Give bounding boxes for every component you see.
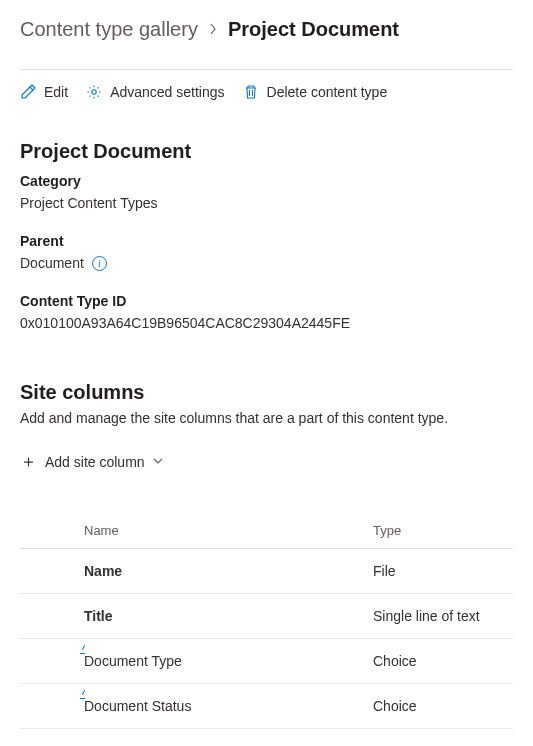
chevron-down-icon: [153, 456, 163, 467]
delete-button[interactable]: Delete content type: [243, 84, 388, 100]
site-columns-title: Site columns: [20, 381, 513, 404]
breadcrumb-current: Project Document: [228, 18, 399, 41]
column-type-cell: File: [373, 549, 513, 594]
table-row[interactable]: NameFile: [20, 549, 513, 594]
gear-icon: [86, 84, 102, 100]
trash-icon: [243, 84, 259, 100]
table-row[interactable]: Document TypeChoice: [20, 639, 513, 684]
category-label: Category: [20, 173, 513, 189]
divider: [20, 69, 513, 70]
edit-button[interactable]: Edit: [20, 84, 68, 100]
delete-label: Delete content type: [267, 84, 388, 100]
column-name-cell[interactable]: Document Status: [20, 684, 373, 729]
site-columns-desc: Add and manage the site columns that are…: [20, 410, 513, 426]
column-name-cell[interactable]: Title: [20, 594, 373, 639]
chevron-right-icon: [208, 22, 218, 38]
table-row[interactable]: Document StatusChoice: [20, 684, 513, 729]
plus-icon: ＋: [20, 450, 37, 473]
content-type-title: Project Document: [20, 140, 513, 163]
pencil-icon: [20, 84, 36, 100]
toolbar: Edit Advanced settings Delete content ty…: [20, 84, 513, 100]
parent-label: Parent: [20, 233, 513, 249]
column-name-cell[interactable]: Document Type: [20, 639, 373, 684]
advanced-settings-button[interactable]: Advanced settings: [86, 84, 224, 100]
breadcrumb-parent-link[interactable]: Content type gallery: [20, 18, 198, 41]
column-header-type[interactable]: Type: [373, 513, 513, 549]
table-row[interactable]: TitleSingle line of text: [20, 594, 513, 639]
column-header-name[interactable]: Name: [20, 513, 373, 549]
add-site-column-label: Add site column: [45, 454, 145, 470]
info-icon[interactable]: i: [92, 256, 107, 271]
managed-column-icon: [80, 690, 90, 700]
column-name-cell[interactable]: Name: [20, 549, 373, 594]
category-value: Project Content Types: [20, 195, 513, 211]
parent-value: Document: [20, 255, 84, 271]
breadcrumb: Content type gallery Project Document: [20, 18, 513, 41]
column-type-cell: Single line of text: [373, 594, 513, 639]
site-columns-table: Name Type NameFileTitleSingle line of te…: [20, 513, 513, 729]
svg-point-0: [92, 90, 96, 94]
column-type-cell: Choice: [373, 684, 513, 729]
content-type-id-label: Content Type ID: [20, 293, 513, 309]
advanced-settings-label: Advanced settings: [110, 84, 224, 100]
content-type-id-value: 0x010100A93A64C19B96504CAC8C29304A2445FE: [20, 315, 513, 331]
column-type-cell: Choice: [373, 639, 513, 684]
add-site-column-button[interactable]: ＋ Add site column: [20, 450, 513, 473]
edit-label: Edit: [44, 84, 68, 100]
managed-column-icon: [80, 645, 90, 655]
